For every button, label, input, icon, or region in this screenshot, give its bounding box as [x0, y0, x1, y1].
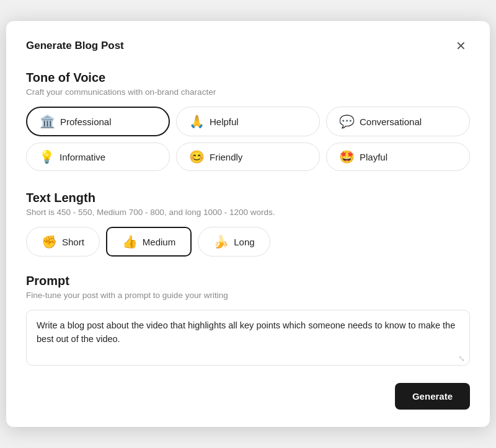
- tone-label-helpful: Helpful: [210, 116, 239, 127]
- tone-emoji-professional: 🏛️: [40, 115, 55, 128]
- tone-btn-helpful[interactable]: 🙏Helpful: [176, 107, 320, 136]
- tone-btn-informative[interactable]: 💡Informative: [26, 143, 170, 171]
- tone-label-informative: Informative: [60, 152, 105, 162]
- modal-header: Generate Blog Post ✕: [26, 38, 470, 53]
- tone-label-professional: Professional: [60, 116, 112, 127]
- tone-btn-professional[interactable]: 🏛️Professional: [26, 107, 170, 136]
- tone-label-conversational: Conversational: [360, 116, 422, 127]
- prompt-section-subtitle: Fine-tune your post with a prompt to gui…: [26, 291, 470, 300]
- tone-section-title: Tone of Voice: [26, 71, 470, 85]
- length-options-row: ✊Short👍Medium🍌Long: [26, 227, 470, 257]
- length-label-medium: Medium: [143, 237, 175, 247]
- length-section: Text Length Short is 450 - 550, Medium 7…: [26, 191, 470, 257]
- length-section-subtitle: Short is 450 - 550, Medium 700 - 800, an…: [26, 208, 470, 217]
- tone-label-friendly: Friendly: [210, 152, 242, 162]
- length-emoji-long: 🍌: [213, 235, 229, 248]
- tone-emoji-helpful: 🙏: [189, 115, 205, 128]
- prompt-section-title: Prompt: [26, 274, 470, 288]
- length-emoji-short: ✊: [42, 235, 57, 248]
- length-btn-long[interactable]: 🍌Long: [198, 227, 270, 257]
- tone-btn-conversational[interactable]: 💬Conversational: [326, 107, 470, 136]
- tone-emoji-playful: 🤩: [339, 151, 355, 163]
- prompt-textarea-wrapper: ⤡: [26, 310, 470, 368]
- generate-button[interactable]: Generate: [395, 383, 470, 410]
- tone-emoji-conversational: 💬: [339, 115, 355, 128]
- prompt-textarea[interactable]: [26, 310, 470, 366]
- length-section-title: Text Length: [26, 191, 470, 205]
- prompt-section: Prompt Fine-tune your post with a prompt…: [26, 274, 470, 368]
- close-button[interactable]: ✕: [452, 38, 470, 53]
- length-emoji-medium: 👍: [122, 235, 138, 248]
- length-btn-medium[interactable]: 👍Medium: [106, 227, 192, 257]
- tone-btn-playful[interactable]: 🤩Playful: [326, 143, 470, 171]
- length-label-short: Short: [62, 237, 84, 247]
- tone-options-grid: 🏛️Professional🙏Helpful💬Conversational💡In…: [26, 107, 470, 171]
- modal-footer: Generate: [26, 383, 470, 410]
- modal-container: Generate Blog Post ✕ Tone of Voice Craft…: [6, 21, 490, 427]
- tone-section: Tone of Voice Craft your communications …: [26, 71, 470, 171]
- tone-emoji-friendly: 😊: [189, 151, 205, 163]
- length-btn-short[interactable]: ✊Short: [26, 227, 100, 257]
- tone-emoji-informative: 💡: [39, 151, 55, 163]
- tone-label-playful: Playful: [360, 152, 388, 162]
- modal-title: Generate Blog Post: [26, 40, 124, 52]
- length-label-long: Long: [234, 237, 254, 247]
- tone-section-subtitle: Craft your communications with on-brand …: [26, 87, 470, 97]
- tone-btn-friendly[interactable]: 😊Friendly: [176, 143, 320, 171]
